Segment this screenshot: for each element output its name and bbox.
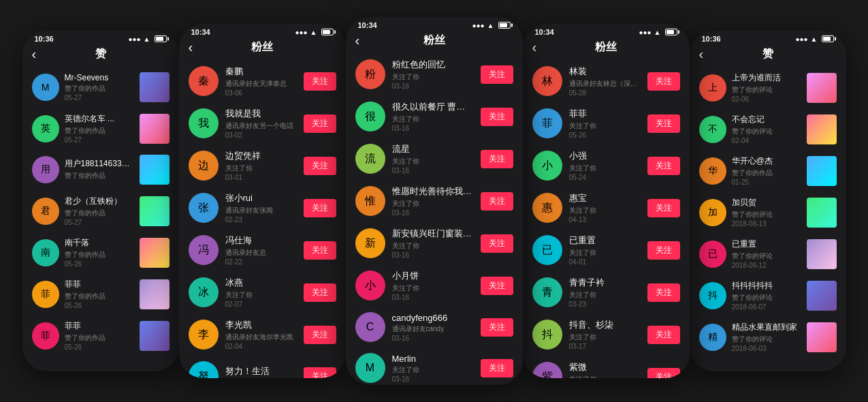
fan-info: 惠宝 关注了你 04-13 xyxy=(569,192,641,223)
follow-button[interactable]: 关注 xyxy=(481,277,513,295)
follow-button[interactable]: 关注 xyxy=(481,318,513,337)
nav-bar: ‹ 粉丝 xyxy=(346,31,523,53)
fan-info: 冯仕海 通讯录好友总 02-22 xyxy=(225,234,297,266)
zan-action: 赞了你的作品 xyxy=(65,171,134,181)
fan-date: 02-22 xyxy=(225,258,297,266)
zan-item: 华 华开心@杰 赞了你的作品 01-25 xyxy=(690,150,846,191)
follow-button[interactable]: 关注 xyxy=(304,367,336,379)
fan-sub: 关注了你 xyxy=(392,241,474,251)
fan-name: 粉红色的回忆 xyxy=(392,59,474,71)
zan-date: 2018-06-03 xyxy=(732,345,801,352)
follow-button[interactable]: 关注 xyxy=(304,199,336,217)
follow-button[interactable]: 关注 xyxy=(647,326,680,344)
phone-mid-left: 10:34 ●●● ▲ ‹ 粉丝 秦 秦鹏 通讯录好友天津泰总 03-06 关注… xyxy=(179,24,346,378)
avatar: 张 xyxy=(189,193,219,223)
zan-item: 菲 菲菲 赞了你的作品 05-26 xyxy=(22,315,179,356)
follow-button[interactable]: 关注 xyxy=(304,157,336,175)
zan-info: 精品水果直邮到家 赞了你的评论 2018-06-03 xyxy=(732,322,801,352)
follow-button[interactable]: 关注 xyxy=(481,65,513,84)
fan-name: 菲菲 xyxy=(569,108,641,120)
follow-button[interactable]: 关注 xyxy=(647,283,680,302)
follow-button[interactable]: 关注 xyxy=(647,199,680,217)
fan-name: 已重置 xyxy=(569,234,641,247)
zan-date: 05-26 xyxy=(65,260,134,268)
fan-info: 我就是我 通讯录好友另一个电话 03-02 xyxy=(225,108,297,139)
battery-icon xyxy=(498,22,511,29)
zan-name: Mr-Seevens xyxy=(65,73,134,82)
follow-button[interactable]: 关注 xyxy=(647,72,680,91)
follow-button[interactable]: 关注 xyxy=(304,241,336,260)
zan-action: 赞了你的评论 xyxy=(732,293,801,303)
signal-icon: ●●● xyxy=(295,29,307,36)
avatar: 青 xyxy=(532,277,562,307)
zan-item: 英 英德尔名车 ... 赞了你的作品 05-27 xyxy=(22,108,179,149)
fan-item: 紫 紫微 关注了你 03-16 关注 xyxy=(523,356,690,378)
fan-item: 努 努力！生活 02-03 关注 xyxy=(179,356,346,378)
fan-sub: 通讯录好友总 xyxy=(225,248,297,258)
fan-date: 03-17 xyxy=(569,343,641,350)
zan-item: M Mr-Seevens 赞了你的作品 05-27 xyxy=(22,67,179,108)
fan-item: 秦 秦鹏 通讯录好友天津泰总 03-06 关注 xyxy=(179,60,346,102)
follow-button[interactable]: 关注 xyxy=(647,241,680,260)
follow-button[interactable]: 关注 xyxy=(481,150,513,168)
follow-button[interactable]: 关注 xyxy=(647,368,680,379)
follow-button[interactable]: 关注 xyxy=(304,326,336,344)
fan-info: 小强 关注了你 05-24 xyxy=(569,150,641,181)
fan-sub: 关注了你 xyxy=(569,248,641,258)
follow-button[interactable]: 关注 xyxy=(304,283,336,302)
zan-thumb xyxy=(140,279,170,309)
nav-bar: ‹ 赞 xyxy=(22,44,179,67)
follow-button[interactable]: 关注 xyxy=(481,234,513,253)
avatar: 华 xyxy=(699,157,726,185)
follow-button[interactable]: 关注 xyxy=(647,114,680,133)
zan-action: 赞了你的作品 xyxy=(65,84,134,93)
back-button[interactable]: ‹ xyxy=(189,40,193,55)
avatar: 林 xyxy=(532,66,562,96)
zan-info: 已重置 赞了你的评论 2018-06-12 xyxy=(732,238,801,269)
follow-button[interactable]: 关注 xyxy=(304,114,336,133)
avatar: 菲 xyxy=(32,322,59,350)
zan-info: 君少（互铁粉） 赞了你的作品 05-27 xyxy=(65,196,134,226)
phone-right-side: 10:36 ●●● ▲ ‹ 赞 上 上帝为谁而活 赞了你的评论 02-06 不 … xyxy=(690,31,846,371)
fan-name: 紫微 xyxy=(569,361,641,373)
battery-icon xyxy=(155,35,167,42)
zan-name: 抖抖抖抖抖 xyxy=(732,280,801,292)
zan-name: 菲菲 xyxy=(65,279,134,290)
avatar: 已 xyxy=(699,241,726,268)
zan-item: 不 不会忘记 赞了你的评论 02-04 xyxy=(690,108,846,150)
back-button[interactable]: ‹ xyxy=(32,46,37,62)
zan-info: 上帝为谁而活 赞了你的评论 02-06 xyxy=(732,72,801,103)
fan-sub: 通讯录好友candy xyxy=(392,324,474,334)
fan-sub: 通讯录好友另一个电话 xyxy=(225,121,297,131)
back-button[interactable]: ‹ xyxy=(699,46,704,62)
zan-action: 赞了你的作品 xyxy=(732,168,801,178)
item-list: 粉 粉红色的回忆 关注了你 03-16 关注 很 很久以前餐厅 曹世坚 关注了你… xyxy=(346,53,523,385)
fan-item: 冰 冰燕 关注了你 02-07 关注 xyxy=(179,271,346,313)
follow-button[interactable]: 关注 xyxy=(304,72,336,91)
zan-action: 赞了你的作品 xyxy=(65,292,134,301)
back-button[interactable]: ‹ xyxy=(532,40,537,55)
back-button[interactable]: ‹ xyxy=(355,33,360,48)
avatar: 惠 xyxy=(532,193,562,223)
fan-date: 02-07 xyxy=(225,300,297,308)
avatar: 菲 xyxy=(532,108,562,138)
fan-info: 林装 通讯录好友林总（深圳工商办理） 05-28 xyxy=(569,65,641,97)
phones-container: 10:36 ●●● ▲ ‹ 赞 M Mr-Seevens 赞了你的作品 05-2… xyxy=(0,0,868,402)
zan-thumb xyxy=(807,114,837,144)
fan-item: 边 边贸凭祥 关注了你 03-01 关注 xyxy=(179,144,346,187)
fan-date: 03-16 xyxy=(392,375,474,383)
fan-name: 惠宝 xyxy=(569,192,641,204)
fan-name: Merlin xyxy=(392,354,474,364)
follow-button[interactable]: 关注 xyxy=(481,359,513,377)
signal-icon: ●●● xyxy=(639,29,651,36)
item-list: 秦 秦鹏 通讯录好友天津泰总 03-06 关注 我 我就是我 通讯录好友另一个电… xyxy=(179,60,346,378)
zan-name: 上帝为谁而活 xyxy=(732,72,801,84)
follow-button[interactable]: 关注 xyxy=(481,108,513,126)
avatar: 惟 xyxy=(355,186,385,216)
fan-date: 03-16 xyxy=(392,167,474,174)
fan-date: 05-24 xyxy=(569,174,641,181)
follow-button[interactable]: 关注 xyxy=(481,192,513,211)
follow-button[interactable]: 关注 xyxy=(647,157,680,175)
zan-name: 用户18811463377... xyxy=(65,158,134,170)
zan-item: 用 用户18811463377... 赞了你的作品 xyxy=(22,149,179,190)
